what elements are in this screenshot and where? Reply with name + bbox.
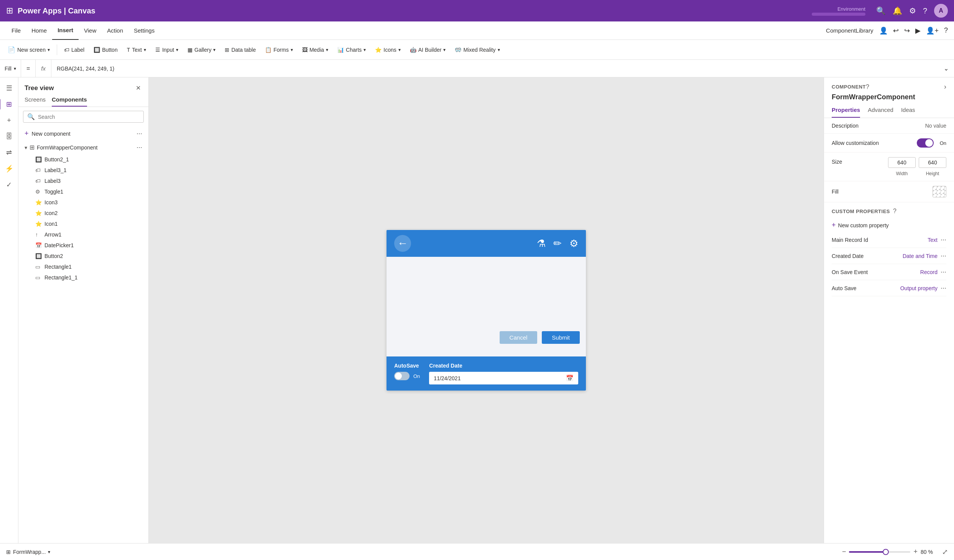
menu-action[interactable]: Action: [102, 21, 128, 40]
expand-icon[interactable]: ▾: [25, 145, 27, 151]
charts-button[interactable]: 📊 Charts ▾: [334, 45, 370, 54]
tree-tab-screens[interactable]: Screens: [25, 96, 46, 107]
rectangle1-1-icon: ▭: [35, 274, 42, 281]
zoom-in-button[interactable]: +: [913, 548, 918, 556]
back-button[interactable]: ←: [394, 235, 411, 252]
calendar-icon[interactable]: 📅: [566, 374, 574, 382]
tree-item-icon3[interactable]: ⭐ Icon3: [18, 197, 148, 208]
tree-item-root-formwrapper[interactable]: ▾ ⊞ FormWrapperComponent ···: [18, 141, 148, 154]
submit-button[interactable]: Submit: [542, 331, 580, 344]
date-input[interactable]: 11/24/2021 📅: [429, 372, 578, 384]
icons-button[interactable]: ⭐ Icons ▾: [371, 45, 404, 54]
play-icon[interactable]: ▶: [915, 26, 921, 35]
search-input[interactable]: [38, 114, 140, 120]
fill-swatch[interactable]: [933, 186, 946, 197]
input-button[interactable]: ☰ Input ▾: [151, 45, 182, 54]
help-icon[interactable]: ?: [923, 7, 927, 15]
sidebar-variables[interactable]: ⚡: [2, 162, 16, 176]
media-button[interactable]: 🖼 Media ▾: [298, 45, 332, 54]
menu-view[interactable]: View: [79, 21, 102, 40]
component-more-icon[interactable]: ···: [137, 143, 142, 151]
panel-expand-icon[interactable]: ›: [944, 83, 946, 91]
menu-home[interactable]: Home: [26, 21, 52, 40]
tab-ideas[interactable]: Ideas: [901, 107, 915, 118]
tree-item-arrow1[interactable]: ↑ Arrow1: [18, 229, 148, 240]
component-library-link[interactable]: ComponentLibrary: [826, 27, 873, 34]
person-icon[interactable]: 👤: [879, 26, 888, 35]
tree-item-button2-1[interactable]: 🔲 Button2_1: [18, 154, 148, 165]
text-dropdown: ▾: [144, 47, 146, 53]
tree-item-datepicker1[interactable]: 📅 DatePicker1: [18, 240, 148, 251]
menu-insert[interactable]: Insert: [52, 21, 79, 40]
tree-search[interactable]: 🔍: [23, 111, 144, 123]
filter-icon[interactable]: ⚗: [537, 238, 546, 250]
tree-item-label3[interactable]: 🏷 Label3: [18, 176, 148, 186]
bell-icon[interactable]: 🔔: [893, 6, 902, 15]
formula-fill-selector[interactable]: Fill ▾: [5, 60, 21, 77]
sidebar-connections[interactable]: ⇌: [2, 146, 16, 159]
fullscreen-icon[interactable]: ⤢: [942, 548, 948, 556]
formula-expand-icon[interactable]: ⌄: [938, 65, 954, 72]
menu-settings[interactable]: Settings: [128, 21, 160, 40]
tree-tab-components[interactable]: Components: [52, 96, 87, 107]
share-icon[interactable]: 👤+: [926, 26, 939, 35]
tree-item-button2[interactable]: 🔲 Button2: [18, 251, 148, 261]
zoom-out-button[interactable]: −: [842, 548, 846, 556]
fill-dropdown-icon[interactable]: ▾: [14, 66, 16, 71]
search-icon[interactable]: 🔍: [876, 6, 886, 15]
new-screen-button[interactable]: 📄 New screen ▾: [4, 44, 54, 55]
tree-item-rectangle1[interactable]: ▭ Rectangle1: [18, 261, 148, 272]
grid-icon[interactable]: ⊞: [6, 6, 13, 16]
auto-save-more[interactable]: ···: [941, 284, 946, 292]
redo-icon[interactable]: ↪: [904, 26, 910, 35]
avatar[interactable]: A: [934, 4, 948, 18]
zoom-slider[interactable]: [849, 551, 910, 553]
width-input[interactable]: [888, 157, 916, 168]
tree-item-toggle1[interactable]: ⚙ Toggle1: [18, 186, 148, 197]
on-save-event-more[interactable]: ···: [941, 268, 946, 276]
formula-equals: =: [21, 60, 36, 77]
tree-item-rectangle1-1[interactable]: ▭ Rectangle1_1: [18, 272, 148, 283]
label-button[interactable]: 🏷 Label: [60, 45, 88, 54]
height-input[interactable]: [919, 157, 946, 168]
custom-props-help-icon[interactable]: ?: [893, 208, 896, 215]
zoom-thumb[interactable]: [883, 549, 889, 555]
tab-properties[interactable]: Properties: [832, 107, 860, 118]
created-date-more[interactable]: ···: [941, 252, 946, 260]
new-component-more-icon[interactable]: ···: [137, 130, 142, 138]
settings-icon[interactable]: ⚙: [909, 6, 916, 15]
menu-help-icon[interactable]: ?: [944, 26, 948, 34]
sidebar-layers[interactable]: ⊞: [2, 97, 16, 111]
tree-close-button[interactable]: ✕: [134, 83, 142, 93]
gallery-button[interactable]: ▦ Gallery ▾: [184, 45, 219, 54]
sidebar-check[interactable]: ✓: [2, 178, 16, 192]
new-custom-property-button[interactable]: + New custom property: [832, 218, 946, 232]
main-record-id-more[interactable]: ···: [941, 236, 946, 244]
mixed-reality-button[interactable]: 🥽 Mixed Reality ▾: [451, 45, 503, 54]
cancel-button[interactable]: Cancel: [500, 331, 538, 344]
tree-item-icon2[interactable]: ⭐ Icon2: [18, 208, 148, 218]
edit-icon[interactable]: ✏: [553, 238, 562, 250]
tree-item-icon1[interactable]: ⭐ Icon1: [18, 218, 148, 229]
autosave-toggle[interactable]: [394, 372, 410, 380]
sidebar-hamburger[interactable]: ☰: [2, 81, 16, 95]
tree-item-label3-1[interactable]: 🏷 Label3_1: [18, 165, 148, 176]
media-dropdown: ▾: [326, 47, 328, 53]
button-button[interactable]: 🔲 Button: [90, 45, 121, 54]
description-label: Description: [832, 123, 925, 129]
sidebar-database[interactable]: 🗄: [2, 130, 16, 143]
tab-advanced[interactable]: Advanced: [868, 107, 893, 118]
formula-input[interactable]: RGBA(241, 244, 249, 1): [51, 66, 938, 72]
undo-icon[interactable]: ↩: [893, 26, 899, 35]
sidebar-plus[interactable]: +: [2, 113, 16, 127]
new-component-button[interactable]: + New component ···: [18, 126, 148, 141]
allow-custom-toggle[interactable]: [917, 138, 934, 148]
data-table-button[interactable]: ⊞ Data table: [221, 45, 260, 54]
ai-builder-button[interactable]: 🤖 AI Builder ▾: [406, 45, 450, 54]
menu-file[interactable]: File: [6, 21, 26, 40]
gear-icon[interactable]: ⚙: [569, 238, 578, 250]
status-component-dropdown[interactable]: ▾: [48, 549, 50, 555]
component-help-icon[interactable]: ?: [866, 84, 869, 90]
text-button[interactable]: T Text ▾: [123, 45, 150, 54]
forms-button[interactable]: 📋 Forms ▾: [261, 45, 297, 54]
